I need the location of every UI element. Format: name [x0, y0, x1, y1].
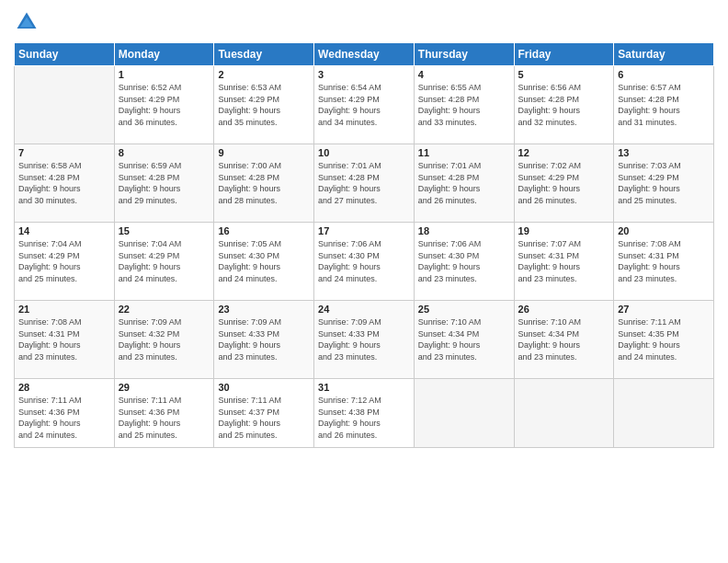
- day-number: 19: [518, 225, 610, 236]
- calendar-cell: 26Sunrise: 7:10 AMSunset: 4:34 PMDayligh…: [514, 301, 614, 379]
- calendar-cell: 4Sunrise: 6:55 AMSunset: 4:28 PMDaylight…: [414, 66, 514, 144]
- calendar-week-5: 28Sunrise: 7:11 AMSunset: 4:36 PMDayligh…: [15, 379, 714, 448]
- day-number: 24: [318, 304, 410, 315]
- calendar-cell: 1Sunrise: 6:52 AMSunset: 4:29 PMDaylight…: [114, 66, 214, 144]
- day-number: 29: [119, 382, 210, 393]
- calendar-cell: 11Sunrise: 7:01 AMSunset: 4:28 PMDayligh…: [414, 144, 514, 223]
- day-content: Sunrise: 7:10 AMSunset: 4:34 PMDaylight:…: [418, 316, 510, 362]
- calendar-cell: 31Sunrise: 7:12 AMSunset: 4:38 PMDayligh…: [314, 379, 415, 448]
- day-content: Sunrise: 6:54 AMSunset: 4:29 PMDaylight:…: [318, 82, 410, 128]
- day-content: Sunrise: 7:09 AMSunset: 4:32 PMDaylight:…: [119, 316, 210, 362]
- day-number: 17: [318, 225, 410, 236]
- day-content: Sunrise: 7:04 AMSunset: 4:29 PMDaylight:…: [18, 238, 110, 284]
- day-content: Sunrise: 7:05 AMSunset: 4:30 PMDaylight:…: [218, 238, 310, 284]
- logo-icon: [14, 9, 40, 35]
- day-number: 10: [318, 147, 410, 158]
- day-content: Sunrise: 7:01 AMSunset: 4:28 PMDaylight:…: [418, 160, 510, 206]
- calendar-cell: 17Sunrise: 7:06 AMSunset: 4:30 PMDayligh…: [314, 223, 415, 301]
- day-number: 6: [618, 69, 710, 80]
- calendar-week-2: 7Sunrise: 6:58 AMSunset: 4:28 PMDaylight…: [15, 144, 714, 223]
- day-content: Sunrise: 7:06 AMSunset: 4:30 PMDaylight:…: [318, 238, 410, 284]
- day-number: 15: [119, 225, 210, 236]
- day-content: Sunrise: 6:52 AMSunset: 4:29 PMDaylight:…: [119, 82, 210, 128]
- calendar-cell: 20Sunrise: 7:08 AMSunset: 4:31 PMDayligh…: [614, 223, 714, 301]
- day-number: 9: [218, 147, 310, 158]
- page: SundayMondayTuesdayWednesdayThursdayFrid…: [0, 0, 728, 563]
- day-number: 11: [418, 147, 510, 158]
- calendar-cell: [514, 379, 614, 448]
- calendar-cell: 15Sunrise: 7:04 AMSunset: 4:29 PMDayligh…: [114, 223, 214, 301]
- day-content: Sunrise: 7:02 AMSunset: 4:29 PMDaylight:…: [518, 160, 610, 206]
- calendar-cell: 3Sunrise: 6:54 AMSunset: 4:29 PMDaylight…: [314, 66, 415, 144]
- day-content: Sunrise: 6:59 AMSunset: 4:28 PMDaylight:…: [119, 160, 210, 206]
- day-number: 28: [18, 382, 110, 393]
- day-content: Sunrise: 7:11 AMSunset: 4:35 PMDaylight:…: [618, 316, 710, 362]
- calendar-cell: 22Sunrise: 7:09 AMSunset: 4:32 PMDayligh…: [114, 301, 214, 379]
- calendar-cell: 24Sunrise: 7:09 AMSunset: 4:33 PMDayligh…: [314, 301, 415, 379]
- day-number: 16: [218, 225, 310, 236]
- calendar-cell: 28Sunrise: 7:11 AMSunset: 4:36 PMDayligh…: [15, 379, 115, 448]
- day-content: Sunrise: 6:57 AMSunset: 4:28 PMDaylight:…: [618, 82, 710, 128]
- day-number: 21: [18, 304, 110, 315]
- calendar-cell: 18Sunrise: 7:06 AMSunset: 4:30 PMDayligh…: [414, 223, 514, 301]
- calendar-cell: 14Sunrise: 7:04 AMSunset: 4:29 PMDayligh…: [15, 223, 115, 301]
- calendar-week-4: 21Sunrise: 7:08 AMSunset: 4:31 PMDayligh…: [15, 301, 714, 379]
- calendar-cell: 6Sunrise: 6:57 AMSunset: 4:28 PMDaylight…: [614, 66, 714, 144]
- day-content: Sunrise: 7:04 AMSunset: 4:29 PMDaylight:…: [119, 238, 210, 284]
- calendar-weekday-sunday: Sunday: [15, 43, 115, 66]
- day-content: Sunrise: 7:12 AMSunset: 4:38 PMDaylight:…: [318, 395, 410, 441]
- logo: [14, 9, 43, 35]
- day-number: 7: [18, 147, 110, 158]
- calendar-cell: 10Sunrise: 7:01 AMSunset: 4:28 PMDayligh…: [314, 144, 415, 223]
- day-number: 27: [618, 304, 710, 315]
- day-number: 4: [418, 69, 510, 80]
- day-content: Sunrise: 7:06 AMSunset: 4:30 PMDaylight:…: [418, 238, 510, 284]
- day-number: 18: [418, 225, 510, 236]
- calendar-cell: 2Sunrise: 6:53 AMSunset: 4:29 PMDaylight…: [214, 66, 314, 144]
- calendar-cell: 12Sunrise: 7:02 AMSunset: 4:29 PMDayligh…: [514, 144, 614, 223]
- day-content: Sunrise: 7:08 AMSunset: 4:31 PMDaylight:…: [18, 316, 110, 362]
- calendar-cell: [614, 379, 714, 448]
- day-content: Sunrise: 7:03 AMSunset: 4:29 PMDaylight:…: [618, 160, 710, 206]
- day-content: Sunrise: 7:11 AMSunset: 4:36 PMDaylight:…: [18, 395, 110, 441]
- calendar-weekday-friday: Friday: [514, 43, 614, 66]
- day-number: 31: [318, 382, 410, 393]
- day-content: Sunrise: 7:09 AMSunset: 4:33 PMDaylight:…: [218, 316, 310, 362]
- header: [14, 9, 714, 35]
- calendar-weekday-monday: Monday: [114, 43, 214, 66]
- calendar-weekday-thursday: Thursday: [414, 43, 514, 66]
- day-content: Sunrise: 7:00 AMSunset: 4:28 PMDaylight:…: [218, 160, 310, 206]
- day-content: Sunrise: 7:11 AMSunset: 4:36 PMDaylight:…: [119, 395, 210, 441]
- day-number: 30: [218, 382, 310, 393]
- calendar-cell: 8Sunrise: 6:59 AMSunset: 4:28 PMDaylight…: [114, 144, 214, 223]
- calendar-cell: 9Sunrise: 7:00 AMSunset: 4:28 PMDaylight…: [214, 144, 314, 223]
- calendar-weekday-saturday: Saturday: [614, 43, 714, 66]
- calendar-cell: 27Sunrise: 7:11 AMSunset: 4:35 PMDayligh…: [614, 301, 714, 379]
- day-number: 22: [119, 304, 210, 315]
- calendar-cell: 7Sunrise: 6:58 AMSunset: 4:28 PMDaylight…: [15, 144, 115, 223]
- day-content: Sunrise: 7:11 AMSunset: 4:37 PMDaylight:…: [218, 395, 310, 441]
- day-number: 14: [18, 225, 110, 236]
- day-content: Sunrise: 7:08 AMSunset: 4:31 PMDaylight:…: [618, 238, 710, 284]
- calendar-week-3: 14Sunrise: 7:04 AMSunset: 4:29 PMDayligh…: [15, 223, 714, 301]
- calendar-cell: [414, 379, 514, 448]
- day-content: Sunrise: 7:07 AMSunset: 4:31 PMDaylight:…: [518, 238, 610, 284]
- day-number: 1: [119, 69, 210, 80]
- calendar-cell: 21Sunrise: 7:08 AMSunset: 4:31 PMDayligh…: [15, 301, 115, 379]
- calendar-cell: 16Sunrise: 7:05 AMSunset: 4:30 PMDayligh…: [214, 223, 314, 301]
- day-content: Sunrise: 7:01 AMSunset: 4:28 PMDaylight:…: [318, 160, 410, 206]
- calendar-table: SundayMondayTuesdayWednesdayThursdayFrid…: [14, 42, 714, 448]
- day-number: 5: [518, 69, 610, 80]
- day-number: 20: [618, 225, 710, 236]
- day-number: 3: [318, 69, 410, 80]
- calendar-cell: 29Sunrise: 7:11 AMSunset: 4:36 PMDayligh…: [114, 379, 214, 448]
- calendar-cell: 13Sunrise: 7:03 AMSunset: 4:29 PMDayligh…: [614, 144, 714, 223]
- day-number: 12: [518, 147, 610, 158]
- day-content: Sunrise: 6:53 AMSunset: 4:29 PMDaylight:…: [218, 82, 310, 128]
- calendar-weekday-wednesday: Wednesday: [314, 43, 415, 66]
- calendar-cell: 19Sunrise: 7:07 AMSunset: 4:31 PMDayligh…: [514, 223, 614, 301]
- calendar-cell: 5Sunrise: 6:56 AMSunset: 4:28 PMDaylight…: [514, 66, 614, 144]
- day-number: 8: [119, 147, 210, 158]
- calendar-weekday-tuesday: Tuesday: [214, 43, 314, 66]
- day-content: Sunrise: 6:56 AMSunset: 4:28 PMDaylight:…: [518, 82, 610, 128]
